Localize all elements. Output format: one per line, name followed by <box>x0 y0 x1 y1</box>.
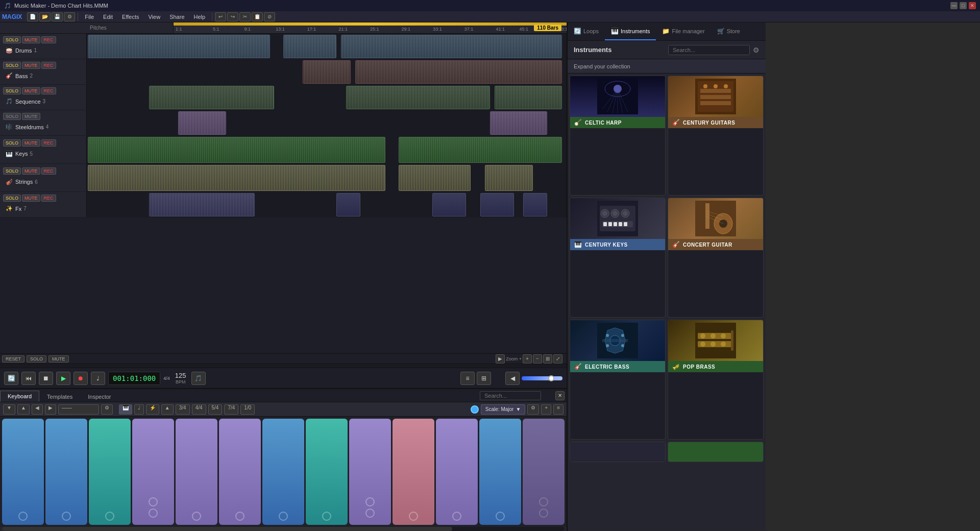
instruments-settings-icon[interactable]: ⚙ <box>753 46 760 54</box>
kb-settings[interactable]: ⚙ <box>101 404 113 415</box>
piano-key-8[interactable] <box>306 419 348 525</box>
master-volume-slider[interactable] <box>522 376 562 380</box>
fit-button[interactable]: ⊞ <box>543 354 552 364</box>
menu-share[interactable]: Share <box>165 13 188 21</box>
minimize-button[interactable]: — <box>950 2 958 9</box>
play-from-button[interactable]: ▶ <box>496 354 505 364</box>
instrument-card-concert-guitar[interactable]: 🎸 CONCERT GUITAR <box>668 198 764 318</box>
cut-button[interactable]: ✂ <box>239 12 251 21</box>
undo-button[interactable]: ↩ <box>215 12 226 21</box>
keys-clip-2[interactable] <box>399 137 562 163</box>
sequence-rec-button[interactable]: REC <box>41 87 56 94</box>
kb-extra-3[interactable]: ≡ <box>553 404 564 415</box>
tab-file-manager[interactable]: 📁 File manager <box>656 22 710 40</box>
redo-button[interactable]: ↪ <box>227 12 238 21</box>
open-button[interactable]: 📂 <box>39 12 51 21</box>
sequence-solo-button[interactable]: SOLO <box>3 87 21 94</box>
fx-rec-button[interactable]: REC <box>41 195 56 202</box>
bass-clip-1[interactable] <box>303 60 351 84</box>
bass-solo-button[interactable]: SOLO <box>3 62 21 69</box>
tab-templates[interactable]: Templates <box>39 391 80 402</box>
strings-mute-button[interactable]: MUTE <box>22 167 40 175</box>
tab-keyboard[interactable]: Keyboard <box>0 391 39 402</box>
stop-all-button[interactable]: ⊘ <box>264 12 275 21</box>
fx-clip-1[interactable] <box>149 193 255 216</box>
piano-key-13[interactable] <box>523 419 565 525</box>
fx-solo-button[interactable]: SOLO <box>3 195 21 202</box>
steeldrums-solo-button[interactable]: SOLO <box>3 113 21 120</box>
volume-back-button[interactable]: ◀ <box>505 372 520 385</box>
kb-mode-5[interactable]: 3/4 <box>176 404 190 415</box>
strings-clip-1[interactable] <box>88 165 385 191</box>
tab-instruments[interactable]: 🎹 Instruments <box>605 22 656 40</box>
keys-mute-button[interactable]: MUTE <box>22 139 40 147</box>
strings-clip-2[interactable] <box>399 165 471 191</box>
scale-selector[interactable]: Scale: Major ▼ <box>481 404 525 415</box>
kb-preset[interactable]: —— <box>58 404 99 415</box>
piano-key-7[interactable] <box>262 419 304 525</box>
keys-clip-1[interactable] <box>88 137 385 163</box>
fx-mute-button[interactable]: MUTE <box>22 195 40 202</box>
strings-rec-button[interactable]: REC <box>41 167 56 175</box>
steeldrums-clip-2[interactable] <box>490 111 548 135</box>
kb-mode-7[interactable]: 5/4 <box>208 404 223 415</box>
drums-rec-button[interactable]: REC <box>41 36 56 43</box>
steeldrums-clip-1[interactable] <box>178 111 226 135</box>
menu-edit[interactable]: Edit <box>99 13 117 21</box>
kb-mode-8[interactable]: 7/4 <box>224 404 238 415</box>
piano-key-10[interactable] <box>393 419 434 525</box>
instrument-card-extra-1[interactable] <box>570 442 666 462</box>
piano-key-3[interactable] <box>89 419 131 525</box>
tab-inspector[interactable]: Inspector <box>80 391 118 402</box>
bass-mute-button[interactable]: MUTE <box>22 62 40 69</box>
kb-mode-4[interactable]: ▲ <box>161 404 174 415</box>
kb-mode-3[interactable]: ⚡ <box>146 404 159 415</box>
menu-view[interactable]: View <box>144 13 164 21</box>
instrument-card-pop-brass[interactable]: 🎺 POP BRASS <box>668 320 764 440</box>
kb-mode-9[interactable]: 1/0 <box>240 404 255 415</box>
fx-clip-4[interactable] <box>480 193 514 216</box>
kb-extra-2[interactable]: + <box>541 404 551 415</box>
instrument-card-electric-bass[interactable]: 🎸 ELECTRIC BASS <box>570 320 666 440</box>
menu-file[interactable]: File <box>81 13 98 21</box>
horizontal-scrollbar[interactable] <box>0 364 567 368</box>
instrument-card-celtic-harp[interactable]: 🪕 CELTIC HARP <box>570 76 666 196</box>
bottom-close-button[interactable]: ✕ <box>555 391 565 400</box>
bottom-search-input[interactable] <box>480 391 541 400</box>
paste-button[interactable]: 📋 <box>252 12 263 21</box>
menu-effects[interactable]: Effects <box>118 13 143 21</box>
piano-key-11[interactable] <box>436 419 478 525</box>
piano-key-6[interactable] <box>219 419 261 525</box>
global-mute-button[interactable]: MUTE <box>48 355 69 363</box>
kb-mode-1[interactable]: 🎹 <box>119 404 132 415</box>
piano-key-2[interactable] <box>45 419 87 525</box>
keyboard-scrollbar[interactable] <box>2 527 565 531</box>
global-solo-button[interactable]: SOLO <box>27 355 46 363</box>
piano-key-5[interactable] <box>176 419 217 525</box>
tap-tempo-button[interactable]: 🎵 <box>191 372 206 385</box>
expand-button[interactable]: ⤢ <box>553 354 562 364</box>
kb-extra-1[interactable]: ⚙ <box>527 404 539 415</box>
sequence-clip-1[interactable] <box>149 86 274 109</box>
kb-mode-6[interactable]: 4/4 <box>192 404 206 415</box>
instrument-card-century-keys[interactable]: 🎹 CENTURY KEYS <box>570 198 666 318</box>
steeldrums-mute-button[interactable]: MUTE <box>22 113 40 120</box>
new-button[interactable]: 📄 <box>27 12 38 21</box>
kb-next[interactable]: ▶ <box>45 404 56 415</box>
arrange-view-button[interactable]: ⊞ <box>477 372 491 385</box>
drums-mute-button[interactable]: MUTE <box>22 36 40 43</box>
drums-clip-1[interactable] <box>88 35 270 58</box>
menu-help[interactable]: Help <box>190 13 210 21</box>
close-button[interactable]: ✕ <box>969 2 976 9</box>
piano-key-12[interactable] <box>479 419 521 525</box>
play-button[interactable]: ▶ <box>56 372 70 385</box>
bass-rec-button[interactable]: REC <box>41 62 56 69</box>
sequence-clip-3[interactable] <box>495 86 562 109</box>
sequence-clip-2[interactable] <box>346 86 490 109</box>
record-button[interactable]: ⏺ <box>74 372 88 385</box>
piano-key-1[interactable] <box>2 419 44 525</box>
keys-solo-button[interactable]: SOLO <box>3 139 21 147</box>
stop-button[interactable]: ⏹ <box>39 372 53 385</box>
bass-clip-2[interactable] <box>355 60 561 84</box>
kb-mode-2[interactable]: ♩ <box>134 404 144 415</box>
